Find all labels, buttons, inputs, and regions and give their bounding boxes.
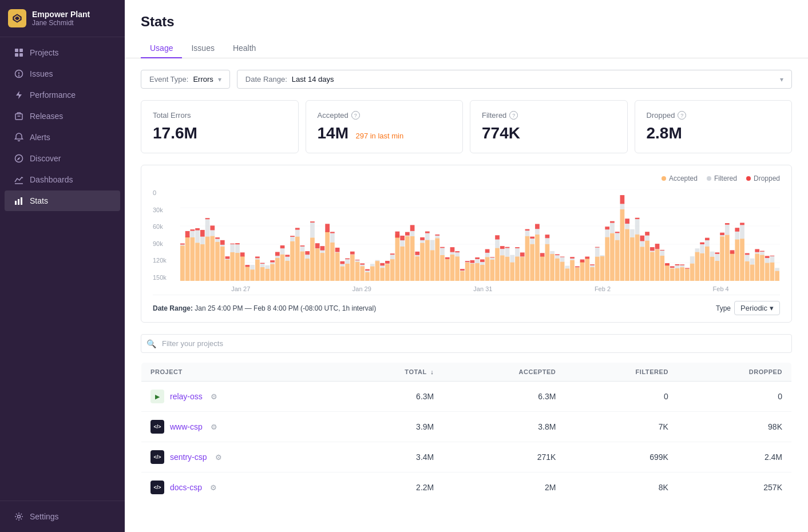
cell-filtered-relay-oss: 0 [565,382,678,412]
col-project: PROJECT [141,363,339,382]
tab-health[interactable]: Health [224,39,265,58]
sidebar-item-settings[interactable]: Settings [5,506,120,527]
table-row: </> docs-csp ⚙ 2.2M 2M 8K 257K [141,473,792,503]
sidebar-item-label: Projects [30,48,59,57]
cell-project: </> docs-csp ⚙ [141,473,339,503]
cell-accepted-sentry-csp: 271K [443,442,565,473]
sidebar-item-projects[interactable]: Projects [5,42,120,63]
svg-rect-4 [19,49,23,52]
chart-canvas [180,189,780,281]
project-link-sentry-csp[interactable]: sentry-csp [170,452,207,462]
stat-card-filtered: Filtered ? 774K [470,100,628,153]
col-filtered: FILTERED [565,363,678,382]
event-type-value: Errors [193,75,213,84]
sidebar-item-stats[interactable]: Stats [5,190,120,211]
project-link-relay-oss[interactable]: relay-oss [170,392,203,401]
legend-dot-filtered [707,176,711,181]
org-name: Empower Plant [32,10,90,19]
event-type-dropdown[interactable]: Event Type: Errors ▾ [141,70,230,89]
sidebar-item-alerts[interactable]: Alerts [5,127,120,148]
svg-rect-5 [15,53,18,57]
svg-rect-6 [19,53,23,57]
project-settings-icon-relay-oss[interactable]: ⚙ [211,392,217,401]
project-settings-icon-www-csp[interactable]: ⚙ [211,423,217,431]
sidebar-item-issues[interactable]: Issues [5,63,120,84]
legend-dot-accepted [662,176,666,181]
project-settings-icon-sentry-csp[interactable]: ⚙ [215,453,222,462]
stat-value-total-errors: 17.6M [153,124,287,142]
stat-card-total-errors: Total Errors 17.6M [141,100,299,153]
project-icon-docs-csp: </> [150,481,164,494]
svg-point-9 [19,76,19,76]
col-accepted: ACCEPTED [443,363,565,382]
cell-filtered-docs-csp: 8K [565,473,678,503]
page-title: Stats [141,14,792,30]
sidebar-item-releases[interactable]: Releases [5,106,120,126]
sidebar-item-label: Dashboards [30,175,73,184]
chart-x-labels: Jan 27 Jan 29 Jan 31 Feb 2 Feb 4 [180,285,780,292]
table-row: ▶ relay-oss ⚙ 6.3M 6.3M 0 0 [141,382,792,412]
filter-projects-input[interactable] [141,334,792,353]
cell-total-www-csp: 3.9M [339,412,443,442]
cell-filtered-www-csp: 7K [565,412,678,442]
chart-footer-range: Date Range: Jan 25 4:00 PM — Feb 8 4:00 … [153,304,376,312]
legend-accepted: Accepted [662,174,698,182]
col-total[interactable]: TOTAL ↓ [339,363,443,382]
tab-usage[interactable]: Usage [141,39,182,58]
sidebar-header: Empower Plant Jane Schmidt [0,0,125,37]
cell-total-relay-oss: 6.3M [339,382,443,412]
project-icon-relay-oss: ▶ [150,390,164,403]
svg-rect-15 [18,199,19,205]
project-link-www-csp[interactable]: www-csp [170,422,203,431]
stat-label-accepted: Accepted ? [318,111,451,120]
info-icon-accepted[interactable]: ? [351,111,360,120]
sidebar-nav: Projects Issues Performance [0,37,125,501]
info-icon-filtered[interactable]: ? [509,111,518,120]
compass-icon [14,153,24,164]
cell-project: ▶ relay-oss ⚙ [141,382,339,412]
table-body: ▶ relay-oss ⚙ 6.3M 6.3M 0 0 </> [141,382,792,503]
project-settings-icon-docs-csp[interactable]: ⚙ [210,483,217,492]
sidebar-item-discover[interactable]: Discover [5,148,120,169]
chart-area [180,189,780,281]
type-select[interactable]: Periodic ▾ [734,301,780,315]
legend-filtered: Filtered [707,174,737,182]
sort-icon: ↓ [430,368,434,375]
sidebar-item-label: Releases [30,112,63,121]
package-icon [14,111,24,121]
chevron-down-icon: ▾ [218,76,221,84]
bar-chart-icon [14,196,24,206]
chart-y-axis: 150k 120k 90k 60k 30k 0 [153,189,179,281]
legend-dot-dropped [746,176,751,181]
date-range-value: Last 14 days [292,75,334,84]
sidebar-item-label: Settings [30,512,59,521]
cell-dropped-docs-csp: 257K [678,473,792,503]
legend-dropped: Dropped [746,174,780,182]
table-header: PROJECT TOTAL ↓ ACCEPTED FILTERED DROPPE… [141,363,792,382]
date-range-dropdown[interactable]: Date Range: Last 14 days ▾ [237,70,792,89]
sidebar-item-dashboards[interactable]: Dashboards [5,169,120,190]
project-icon-sentry-csp: </> [150,450,164,464]
chart-legend: Accepted Filtered Dropped [153,174,780,182]
type-dropdown: Type Periodic ▾ [716,301,780,315]
info-icon-dropped[interactable]: ? [678,111,686,120]
projects-table: PROJECT TOTAL ↓ ACCEPTED FILTERED DROPPE… [141,362,792,503]
chart-container: 150k 120k 90k 60k 30k 0 [153,189,780,292]
chart-footer: Date Range: Jan 25 4:00 PM — Feb 8 4:00 … [153,295,780,315]
tab-issues[interactable]: Issues [182,39,223,58]
sidebar-item-label: Performance [30,90,76,100]
tab-bar: Usage Issues Health [141,39,792,58]
chevron-down-icon: ▾ [770,304,774,312]
sidebar-item-performance[interactable]: Performance [5,85,120,105]
main-header: Stats Usage Issues Health [125,0,808,58]
svg-point-17 [18,515,21,518]
cell-dropped-www-csp: 98K [678,412,792,442]
sidebar-item-label: Discover [30,154,61,163]
stat-value-filtered: 774K [482,124,616,142]
sidebar-item-label: Issues [30,69,53,78]
project-link-docs-csp[interactable]: docs-csp [170,483,202,492]
svg-rect-3 [15,49,18,52]
svg-rect-14 [15,201,17,205]
cell-accepted-docs-csp: 2M [443,473,565,503]
sidebar-item-label: Alerts [30,133,50,142]
